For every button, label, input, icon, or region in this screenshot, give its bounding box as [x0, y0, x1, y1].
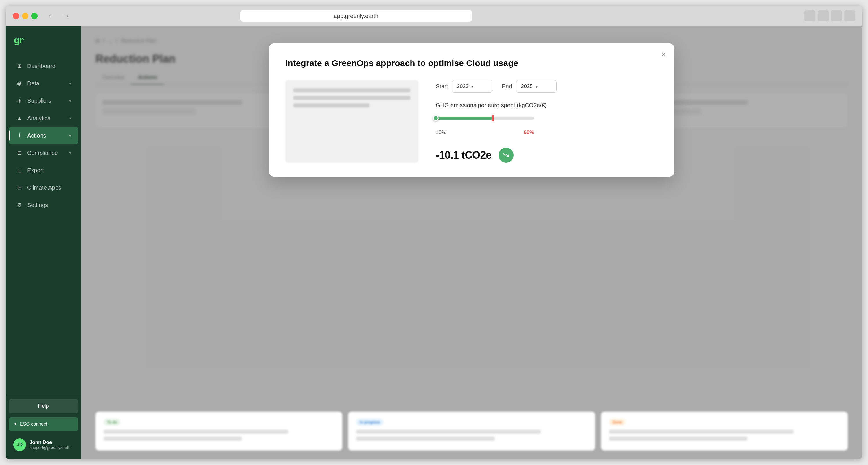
actions-icon: ⌇	[16, 132, 23, 139]
sidebar-item-dashboard[interactable]: ⊞ Dashboard	[9, 58, 78, 75]
user-profile[interactable]: JD John Doe support@greenly.earth	[9, 435, 78, 455]
down-trend-svg	[503, 152, 509, 159]
logo-text: gr•	[14, 35, 24, 45]
sidebar-item-label: Dashboard	[27, 63, 56, 69]
sidebar-item-label: Suppliers	[27, 97, 51, 104]
sidebar-nav: ⊞ Dashboard ◉ Data ▾ ◈ Suppliers ▾ ▲	[6, 54, 81, 394]
ghg-section: GHG emissions per euro spent (kgCO2e/€)	[436, 102, 658, 136]
sidebar-item-label: Climate Apps	[27, 184, 61, 191]
esg-connect-button[interactable]: ✦ ESG connect	[9, 417, 78, 431]
slider-max-label: 60%	[524, 129, 534, 136]
browser-action-2[interactable]	[818, 10, 829, 22]
bottom-action-cards: To do In progress Done	[95, 412, 848, 451]
result-row: -10.1 tCO2e	[436, 148, 658, 163]
sidebar-item-label: Actions	[27, 132, 46, 139]
start-year-value: 2023	[457, 83, 468, 89]
esg-icon: ✦	[13, 421, 17, 427]
suppliers-icon: ◈	[16, 97, 23, 105]
sidebar-item-label: Compliance	[27, 150, 58, 156]
forward-button[interactable]: →	[61, 11, 72, 21]
sidebar-item-data[interactable]: ◉ Data ▾	[9, 75, 78, 92]
browser-actions	[804, 10, 855, 22]
address-bar[interactable]: app.greenly.earth	[241, 10, 472, 22]
help-button[interactable]: Help	[9, 399, 78, 413]
modal-dialog: × Integrate a GreenOps approach to optim…	[269, 43, 674, 177]
settings-icon: ⚙	[16, 201, 23, 209]
slider-thumb-start	[433, 115, 439, 121]
modal-right-content: Start 2023 ▾ End 2025	[436, 80, 658, 163]
dashboard-icon: ⊞	[16, 62, 23, 70]
end-chevron-icon: ▾	[535, 84, 537, 89]
back-button[interactable]: ←	[45, 11, 56, 21]
sidebar-item-analytics[interactable]: ▲ Analytics ▾	[9, 110, 78, 126]
end-year-select[interactable]: 2025 ▾	[516, 80, 557, 93]
chevron-down-icon: ▾	[69, 81, 71, 86]
modal-close-button[interactable]: ×	[661, 50, 666, 58]
avatar: JD	[13, 438, 26, 451]
chevron-down-icon: ▾	[69, 151, 71, 155]
ghg-slider[interactable]	[436, 114, 658, 122]
sidebar-item-climate-apps[interactable]: ⊟ Climate Apps	[9, 179, 78, 196]
bottom-card-3: Done	[601, 412, 848, 451]
modal-title: Integrate a GreenOps approach to optimis…	[285, 57, 658, 69]
result-value: -10.1 tCO2e	[436, 149, 492, 161]
close-traffic-light[interactable]	[13, 13, 19, 19]
sidebar-bottom: Help ✦ ESG connect JD John Doe support@g…	[6, 394, 81, 459]
browser-action-4[interactable]	[844, 10, 855, 22]
slider-thumb-end	[492, 115, 494, 121]
start-chevron-icon: ▾	[471, 84, 473, 89]
modal-body: Start 2023 ▾ End 2025	[285, 80, 658, 163]
climate-apps-icon: ⊟	[16, 184, 23, 192]
browser-action-3[interactable]	[831, 10, 842, 22]
modal-overlay: × Integrate a GreenOps approach to optim…	[81, 26, 862, 459]
compliance-icon: ⊡	[16, 149, 23, 157]
sidebar-item-suppliers[interactable]: ◈ Suppliers ▾	[9, 92, 78, 109]
minimize-traffic-light[interactable]	[22, 13, 28, 19]
slider-min-label: 10%	[436, 129, 446, 136]
sidebar-item-label: Data	[27, 80, 39, 87]
end-date-field: End 2025 ▾	[502, 80, 557, 93]
start-label: Start	[436, 83, 448, 90]
sidebar-item-actions[interactable]: ⌇ Actions ▾	[9, 127, 78, 144]
user-email: support@greenly.earth	[30, 445, 71, 450]
sidebar-item-label: Analytics	[27, 115, 50, 122]
traffic-lights	[13, 13, 38, 19]
bottom-card-1: To do	[95, 412, 342, 451]
fullscreen-traffic-light[interactable]	[31, 13, 38, 19]
browser-titlebar: ← → app.greenly.earth	[6, 6, 862, 26]
card-tag-done: Done	[609, 419, 625, 426]
sidebar: gr• ⊞ Dashboard ◉ Data ▾ ◈ Suppliers	[6, 26, 81, 459]
sidebar-item-label: Settings	[27, 202, 48, 208]
date-row: Start 2023 ▾ End 2025	[436, 80, 658, 93]
user-name: John Doe	[30, 439, 71, 445]
slider-labels: 10% 60%	[436, 129, 534, 136]
sidebar-logo: gr•	[6, 26, 81, 54]
analytics-icon: ▲	[16, 114, 23, 122]
chevron-down-icon: ▾	[69, 116, 71, 120]
sidebar-item-label: Export	[27, 167, 44, 174]
card-tag-inprogress: In progress	[356, 419, 383, 426]
user-info: John Doe support@greenly.earth	[30, 439, 71, 450]
slider-track	[436, 117, 534, 120]
card-tag-todo: To do	[103, 419, 120, 426]
slider-fill	[436, 117, 493, 120]
end-year-value: 2025	[521, 83, 533, 89]
result-trend-icon	[498, 148, 514, 163]
start-date-field: Start 2023 ▾	[436, 80, 492, 93]
main-area: ⊞ / ... / Reduction Plan Reduction Plan …	[81, 26, 862, 459]
avatar-initials: JD	[17, 442, 23, 447]
app-content: gr• ⊞ Dashboard ◉ Data ▾ ◈ Suppliers	[6, 26, 862, 459]
sidebar-item-compliance[interactable]: ⊡ Compliance ▾	[9, 144, 78, 161]
browser-action-1[interactable]	[804, 10, 815, 22]
url-text: app.greenly.earth	[334, 13, 378, 20]
sidebar-item-export[interactable]: ◻ Export	[9, 162, 78, 179]
data-icon: ◉	[16, 80, 23, 87]
chevron-down-icon: ▾	[69, 133, 71, 138]
esg-connect-label: ESG connect	[20, 422, 47, 427]
chevron-down-icon: ▾	[69, 98, 71, 103]
bottom-card-2: In progress	[348, 412, 595, 451]
end-label: End	[502, 83, 512, 90]
export-icon: ◻	[16, 167, 23, 174]
start-year-select[interactable]: 2023 ▾	[452, 80, 492, 93]
sidebar-item-settings[interactable]: ⚙ Settings	[9, 197, 78, 213]
